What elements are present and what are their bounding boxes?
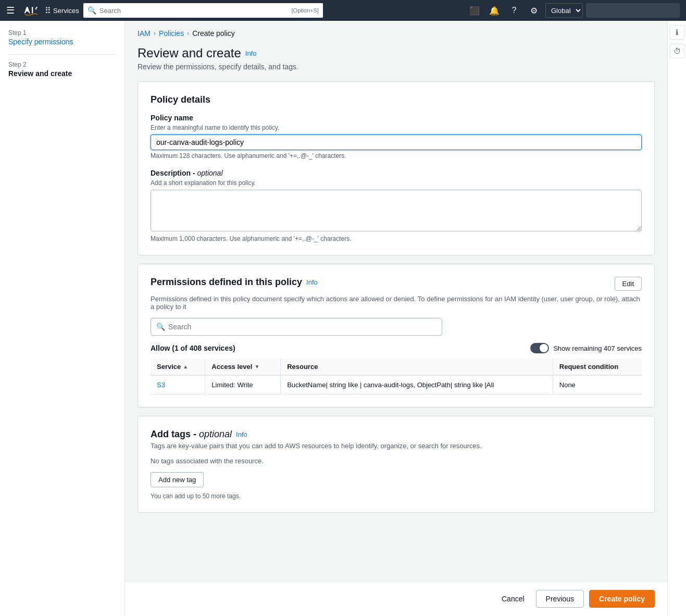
right-panel: ℹ ⏱ <box>667 21 686 616</box>
account-bar <box>586 3 680 18</box>
breadcrumb: IAM › Policies › Create policy <box>138 29 655 38</box>
breadcrumb-current: Create policy <box>192 29 235 38</box>
perm-search-icon: 🔍 <box>156 323 165 331</box>
page-subtitle: Review the permissions, specify details,… <box>138 63 655 71</box>
permissions-search-bar[interactable]: 🔍 <box>151 318 442 336</box>
hamburger-icon[interactable]: ☰ <box>6 5 15 16</box>
col-condition: Request condition <box>553 359 642 375</box>
edit-button[interactable]: Edit <box>615 277 642 291</box>
permissions-info-link[interactable]: Info <box>306 278 318 286</box>
desc-hint: Add a short explanation for this policy. <box>151 179 642 187</box>
footer: Cancel Previous Create policy <box>125 581 667 616</box>
tags-info-link[interactable]: Info <box>236 430 247 438</box>
search-icon: 🔍 <box>88 6 96 15</box>
page-title: Review and create <box>138 46 241 60</box>
desc-label: Description - optional <box>151 169 642 177</box>
help-icon[interactable]: ? <box>506 2 522 19</box>
region-select[interactable]: Global <box>545 3 583 18</box>
desc-constraint: Maximum 1,000 characters. Use alphanumer… <box>151 235 642 242</box>
search-input[interactable] <box>99 7 289 15</box>
add-tag-button[interactable]: Add new tag <box>151 472 204 487</box>
show-remaining-toggle[interactable] <box>530 343 549 353</box>
page-title-row: Review and create Info <box>138 46 655 60</box>
permissions-title-row: Permissions defined in this policy Info <box>151 277 318 288</box>
step2-label: Step 2 <box>8 61 116 68</box>
permissions-search-input[interactable] <box>168 323 436 331</box>
breadcrumb-policies[interactable]: Policies <box>159 29 184 38</box>
policy-details-card: Policy details Policy name Enter a meani… <box>138 81 655 255</box>
toggle-knob <box>540 344 548 352</box>
col-resource: Resource <box>281 359 553 375</box>
policy-details-title: Policy details <box>151 94 642 105</box>
permissions-search-row: 🔍 <box>151 318 642 336</box>
step2-title: Review and create <box>8 69 116 78</box>
policy-name-constraint: Maximum 128 characters. Use alphanumeric… <box>151 152 642 159</box>
service-sort-icon[interactable]: ▲ <box>183 364 188 369</box>
services-label: Services <box>53 7 79 15</box>
access-sort-icon[interactable]: ▼ <box>254 364 259 369</box>
breadcrumb-sep2: › <box>187 30 189 37</box>
service-cell: S3 <box>151 375 205 395</box>
cancel-button[interactable]: Cancel <box>495 592 531 606</box>
tags-subtitle: Tags are key-value pairs that you can ad… <box>151 442 642 450</box>
search-bar[interactable]: 🔍 [Option+S] <box>83 3 323 18</box>
step1-link[interactable]: Specify permissions <box>8 38 116 46</box>
permissions-card: Permissions defined in this policy Info … <box>138 264 655 408</box>
allow-row: Allow (1 of 408 services) Show remaining… <box>151 343 642 353</box>
breadcrumb-iam[interactable]: IAM <box>138 29 151 38</box>
permissions-desc: Permissions defined in this policy docum… <box>151 295 642 311</box>
settings-icon[interactable]: ⚙ <box>526 2 542 19</box>
search-shortcut: [Option+S] <box>292 7 319 14</box>
policy-name-input[interactable] <box>151 134 642 150</box>
terminal-icon[interactable]: ⬛ <box>466 2 483 19</box>
condition-cell: None <box>553 375 642 395</box>
tags-title-row: Add tags - optional Info <box>151 429 642 440</box>
service-link[interactable]: S3 <box>157 381 165 389</box>
permissions-header: Permissions defined in this policy Info … <box>151 277 642 291</box>
aws-logo <box>22 4 41 17</box>
top-nav: ☰ ⠿ Services 🔍 [Option+S] ⬛ 🔔 ? ⚙ Global <box>0 0 686 21</box>
resource-cell: BucketName| string like | canva-audit-lo… <box>281 375 553 395</box>
tags-title: Add tags - optional <box>151 429 232 440</box>
tags-card: Add tags - optional Info Tags are key-va… <box>138 416 655 513</box>
tags-hint: You can add up to 50 more tags. <box>151 492 642 500</box>
policy-name-hint: Enter a meaningful name to identify this… <box>151 124 642 131</box>
permissions-title: Permissions defined in this policy <box>151 277 302 288</box>
nav-icons: ⬛ 🔔 ? ⚙ Global <box>466 2 680 19</box>
breadcrumb-sep1: › <box>154 30 156 37</box>
sidebar: Step 1 Specify permissions Step 2 Review… <box>0 21 125 616</box>
col-access: Access level ▼ <box>205 359 281 375</box>
history-panel-icon[interactable]: ⏱ <box>670 44 684 58</box>
create-policy-button[interactable]: Create policy <box>589 590 655 608</box>
bell-icon[interactable]: 🔔 <box>486 2 503 19</box>
main-content: IAM › Policies › Create policy Review an… <box>125 21 667 581</box>
table-row: S3 Limited: Write BucketName| string lik… <box>151 375 642 395</box>
access-cell: Limited: Write <box>205 375 281 395</box>
col-service: Service ▲ <box>151 359 205 375</box>
services-button[interactable]: ⠿ Services <box>45 6 79 16</box>
info-panel-icon[interactable]: ℹ <box>670 25 684 40</box>
desc-textarea[interactable] <box>151 190 642 231</box>
allow-title: Allow (1 of 408 services) <box>151 344 235 352</box>
toggle-row: Show remaining 407 services <box>530 343 642 353</box>
previous-button[interactable]: Previous <box>536 590 584 608</box>
no-tags-text: No tags associated with the resource. <box>151 457 642 465</box>
page-info-link[interactable]: Info <box>245 50 257 57</box>
show-remaining-label: Show remaining 407 services <box>553 344 642 352</box>
permissions-table: Service ▲ Access level ▼ <box>151 359 642 395</box>
policy-name-label: Policy name <box>151 114 642 122</box>
step1-label: Step 1 <box>8 29 116 36</box>
